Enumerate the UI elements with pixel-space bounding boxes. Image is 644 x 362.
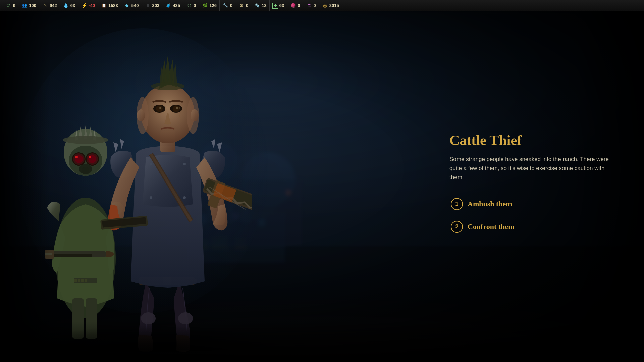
hud-gear: ⚙ 0 bbox=[235, 0, 251, 11]
choice-1-label: Ambush them bbox=[468, 200, 512, 208]
svg-point-59 bbox=[150, 196, 152, 199]
hud-ammo: ||| 303 bbox=[142, 0, 163, 11]
plant-value: 126 bbox=[209, 3, 217, 8]
parts-value: 13 bbox=[262, 3, 266, 8]
fuel-icon: ⬡ bbox=[186, 2, 193, 9]
coins-value: 2015 bbox=[329, 3, 339, 8]
svg-point-57 bbox=[150, 163, 152, 165]
main-scene: Cattle Thief Some strange people have sn… bbox=[0, 11, 644, 362]
coins-icon: ◎ bbox=[322, 2, 328, 9]
crystal-icon: ◆ bbox=[124, 2, 130, 9]
parts-icon: 🔩 bbox=[254, 2, 261, 9]
hud-plant: 🌿 126 bbox=[199, 0, 220, 11]
svg-point-70 bbox=[159, 107, 161, 109]
hud-energy: ⚡ -40 bbox=[78, 0, 98, 11]
medkit-value: 63 bbox=[279, 3, 284, 8]
hud-tools: 🔧 0 bbox=[220, 0, 235, 11]
flask-icon: ⚗ bbox=[306, 2, 313, 9]
choice-2-number: 2 bbox=[451, 221, 463, 233]
choices-list: 1 Ambush them 2 Confront them bbox=[449, 195, 617, 236]
population-icon: 👥 bbox=[21, 2, 28, 9]
crystal-value: 540 bbox=[131, 3, 139, 8]
characters-area bbox=[0, 11, 302, 362]
event-title: Cattle Thief bbox=[449, 133, 617, 148]
choice-2-label: Confront them bbox=[468, 222, 515, 231]
energy-icon: ⚡ bbox=[81, 2, 88, 9]
food-icon: 📋 bbox=[101, 2, 107, 9]
population-value: 100 bbox=[29, 3, 36, 8]
hud-coins: ◎ 2015 bbox=[319, 0, 342, 11]
bags-value: 435 bbox=[173, 3, 180, 8]
hud-water: 💧 63 bbox=[60, 0, 78, 11]
svg-rect-44 bbox=[74, 279, 77, 282]
svg-point-58 bbox=[183, 163, 186, 165]
gear-icon: ⚙ bbox=[238, 2, 245, 9]
bags-icon: 🧳 bbox=[165, 2, 172, 9]
hud-fuel: ⬡ 0 bbox=[183, 0, 199, 11]
tools-icon: 🔧 bbox=[222, 2, 229, 9]
hud-fighters: ⚔ 942 bbox=[39, 0, 60, 11]
svg-point-71 bbox=[176, 107, 178, 109]
svg-point-51 bbox=[178, 312, 193, 324]
hud-parts: 🔩 13 bbox=[251, 0, 269, 11]
food-value: 1583 bbox=[108, 3, 118, 8]
svg-rect-45 bbox=[78, 279, 80, 282]
fighters-icon: ⚔ bbox=[42, 2, 49, 9]
hud-flask: ⚗ 0 bbox=[303, 0, 319, 11]
water-icon: 💧 bbox=[63, 2, 69, 9]
cloth-icon: 🧶 bbox=[290, 2, 297, 9]
character-front-svg bbox=[84, 53, 252, 355]
cloth-value: 0 bbox=[298, 3, 300, 8]
fighters-value: 942 bbox=[50, 3, 57, 8]
choice-1[interactable]: 1 Ambush them bbox=[449, 195, 617, 213]
hud-bags: 🧳 435 bbox=[162, 0, 183, 11]
morale-icon: ☺ bbox=[5, 2, 12, 9]
svg-rect-42 bbox=[45, 253, 52, 255]
energy-value: -40 bbox=[89, 3, 95, 8]
svg-point-60 bbox=[183, 196, 186, 199]
medkit-icon: ✚ bbox=[272, 3, 278, 9]
hud-cloth: 🧶 0 bbox=[287, 0, 303, 11]
ammo-icon: ||| bbox=[145, 2, 151, 9]
hud-population: 👥 100 bbox=[18, 0, 39, 11]
ground-shadow bbox=[17, 325, 285, 352]
svg-point-68 bbox=[156, 105, 163, 112]
choice-2[interactable]: 2 Confront them bbox=[449, 218, 617, 236]
svg-point-63 bbox=[151, 82, 184, 90]
plant-icon: 🌿 bbox=[202, 2, 208, 9]
event-description: Some strange people have sneaked into th… bbox=[449, 155, 617, 182]
ammo-value: 303 bbox=[152, 3, 160, 8]
choice-1-number: 1 bbox=[451, 198, 463, 210]
svg-point-73 bbox=[191, 109, 199, 121]
svg-point-25 bbox=[75, 156, 78, 158]
hud-crystal: ◆ 540 bbox=[121, 0, 142, 11]
svg-point-69 bbox=[173, 105, 179, 112]
hud-morale: ☺ 9 bbox=[3, 0, 18, 11]
hud-bar: ☺ 9 👥 100 ⚔ 942 💧 63 ⚡ -40 📋 1583 ◆ 540 … bbox=[0, 0, 644, 11]
fuel-value: 0 bbox=[194, 3, 196, 8]
svg-point-50 bbox=[141, 312, 156, 324]
svg-rect-46 bbox=[81, 279, 84, 282]
morale-value: 9 bbox=[13, 3, 15, 8]
event-panel: Cattle Thief Some strange people have sn… bbox=[449, 133, 617, 241]
flask-value: 0 bbox=[314, 3, 316, 8]
hud-food: 📋 1583 bbox=[98, 0, 121, 11]
water-value: 63 bbox=[70, 3, 75, 8]
hud-medkit: ✚ 63 bbox=[270, 0, 287, 11]
gear-value: 0 bbox=[246, 3, 248, 8]
svg-point-72 bbox=[137, 109, 145, 121]
tools-value: 0 bbox=[230, 3, 232, 8]
